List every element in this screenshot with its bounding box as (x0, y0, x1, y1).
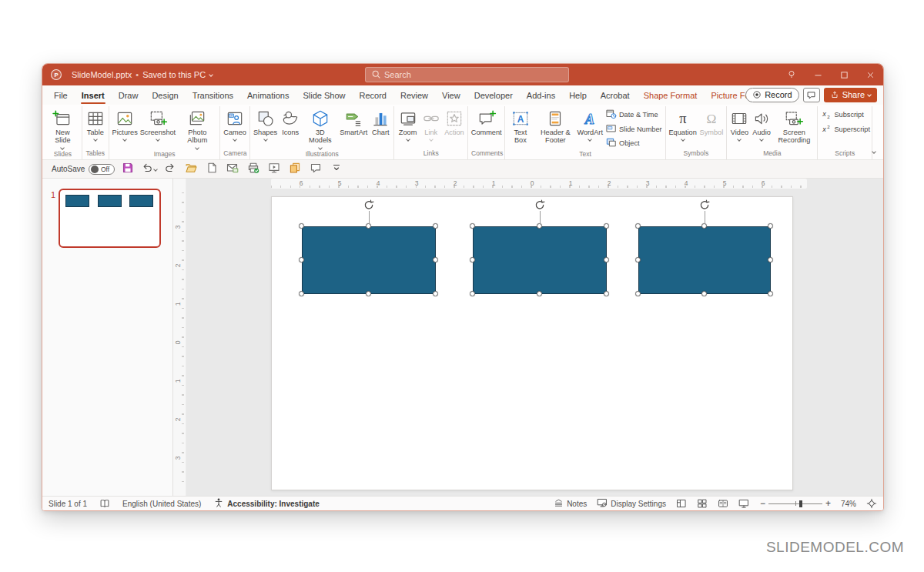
selection-handle[interactable] (366, 291, 371, 296)
ribbon-button-subscript[interactable]: x2Subscript (821, 109, 869, 121)
shape-fill[interactable] (302, 226, 436, 294)
selection-handle[interactable] (768, 223, 773, 229)
qat-copy-button[interactable] (287, 162, 303, 177)
selection-handle[interactable] (768, 291, 773, 296)
zoom-slider-handle[interactable] (799, 500, 802, 507)
accessibility-checker[interactable]: Accessibility: Investigate (213, 497, 320, 510)
tab-design[interactable]: Design (145, 85, 185, 105)
slide-sorter-view-button[interactable] (697, 498, 708, 509)
tab-developer[interactable]: Developer (467, 85, 520, 105)
qat-quick-print-button[interactable] (246, 162, 261, 177)
lightbulb-icon[interactable] (778, 64, 805, 85)
selection-handle[interactable] (299, 257, 304, 263)
ribbon-button-photo-album[interactable]: Photo Album (176, 106, 218, 149)
collapse-ribbon-button[interactable] (872, 149, 876, 154)
rotate-handle-icon[interactable] (698, 199, 711, 211)
tab-draw[interactable]: Draw (112, 85, 146, 105)
shape-fill[interactable] (473, 226, 607, 294)
search-input[interactable]: Search (365, 67, 569, 82)
ribbon-button-icons[interactable]: Icons (279, 106, 302, 136)
ribbon-button-screenshot[interactable]: Screenshot (139, 106, 177, 141)
tab-insert[interactable]: Insert (75, 85, 112, 105)
ribbon-button-date-time[interactable]: Date & Time (606, 109, 662, 121)
fit-slide-to-window-button[interactable] (866, 498, 877, 509)
slide-1-thumbnail[interactable] (59, 189, 161, 248)
selection-handle[interactable] (433, 291, 438, 296)
selection-handle[interactable] (537, 291, 542, 296)
selection-handle[interactable] (604, 291, 609, 296)
slide-shape-rectangle[interactable] (302, 226, 436, 294)
qat-start-slideshow-button[interactable] (266, 162, 282, 177)
slide-shape-rectangle[interactable] (638, 226, 771, 294)
slide-indicator[interactable]: Slide 1 of 1 (49, 500, 87, 508)
ribbon-button-shapes[interactable]: Shapes (252, 106, 279, 141)
ribbon-button-header-footer[interactable]: Header & Footer (534, 106, 577, 145)
language-indicator[interactable]: English (United States) (122, 500, 201, 508)
slide-canvas[interactable] (271, 196, 793, 490)
normal-view-button[interactable] (676, 498, 687, 509)
reading-view-button[interactable] (718, 498, 728, 509)
ribbon-button-video[interactable]: Video (728, 106, 751, 141)
qat-new-file-button[interactable] (204, 162, 219, 177)
autosave-toggle[interactable]: Off (89, 164, 115, 175)
record-button[interactable]: Record (745, 88, 798, 102)
zoom-level[interactable]: 74% (841, 500, 856, 508)
selection-handle[interactable] (470, 223, 475, 229)
tab-view[interactable]: View (435, 85, 467, 105)
selection-handle[interactable] (701, 291, 707, 296)
ribbon-button-cameo[interactable]: PCameo (222, 106, 248, 141)
ribbon-button-wordart[interactable]: AWordArt (577, 106, 603, 141)
rotate-handle-icon[interactable] (534, 199, 546, 211)
tab-record[interactable]: Record (352, 85, 393, 105)
tab-review[interactable]: Review (393, 85, 435, 105)
ribbon-button-new-slide[interactable]: New Slide (45, 106, 80, 149)
selection-handle[interactable] (604, 257, 609, 263)
ribbon-button-chart[interactable]: Chart (369, 106, 392, 136)
qat-open-button[interactable] (183, 162, 199, 177)
ribbon-button-text-box[interactable]: AText Box (507, 106, 534, 145)
selection-handle[interactable] (701, 223, 707, 229)
ribbon-button-screen-recording[interactable]: Screen Recording (772, 106, 815, 145)
zoom-in-button[interactable]: + (825, 498, 831, 509)
selection-handle[interactable] (635, 257, 641, 263)
qat-redo-button[interactable] (162, 162, 178, 177)
ribbon-button-smartart[interactable]: SmartArt (338, 106, 369, 136)
selection-handle[interactable] (470, 257, 475, 263)
powerpoint-app-icon[interactable]: P (49, 68, 63, 82)
tab-shape-format[interactable]: Shape Format (637, 85, 705, 105)
selection-handle[interactable] (768, 257, 773, 263)
selection-handle[interactable] (537, 223, 542, 229)
tab-add-ins[interactable]: Add-ins (520, 85, 562, 105)
tab-transitions[interactable]: Transitions (186, 85, 240, 105)
ribbon-button-superscript[interactable]: x2Superscript (821, 123, 869, 135)
selection-handle[interactable] (635, 291, 641, 296)
ribbon-button-table[interactable]: Table (84, 106, 107, 141)
ribbon-button-comment[interactable]: Comment (470, 106, 503, 136)
zoom-out-button[interactable]: − (760, 498, 765, 509)
qat-customize-qat-button[interactable] (329, 162, 344, 177)
selection-handle[interactable] (433, 257, 438, 263)
ribbon-button-zoom[interactable]: Zoom (396, 106, 419, 141)
shape-fill[interactable] (638, 226, 771, 294)
tab-help[interactable]: Help (562, 85, 594, 105)
selection-handle[interactable] (604, 223, 609, 229)
ribbon-button-slide-number[interactable]: Slide Number (606, 123, 662, 135)
display-settings-button[interactable]: Display Settings (597, 497, 666, 510)
qat-undo-button[interactable] (141, 162, 157, 177)
qat-show-comments-button[interactable] (308, 162, 323, 177)
qat-email-button[interactable] (225, 162, 240, 177)
selection-handle[interactable] (470, 291, 475, 296)
selection-handle[interactable] (299, 291, 304, 296)
selection-handle[interactable] (299, 223, 304, 229)
ribbon-button-3d-models[interactable]: 3D Models (302, 106, 338, 149)
tab-acrobat[interactable]: Acrobat (594, 85, 637, 105)
save-status[interactable]: Saved to this PC (142, 70, 206, 79)
ribbon-button-audio[interactable]: Audio (751, 106, 773, 141)
ribbon-button-equation[interactable]: πEquation (668, 106, 698, 141)
close-button[interactable] (857, 64, 883, 85)
selection-handle[interactable] (366, 223, 371, 229)
spell-check-button[interactable] (99, 498, 110, 509)
zoom-slider[interactable] (768, 503, 822, 504)
tab-animations[interactable]: Animations (240, 85, 296, 105)
selection-handle[interactable] (433, 223, 438, 229)
